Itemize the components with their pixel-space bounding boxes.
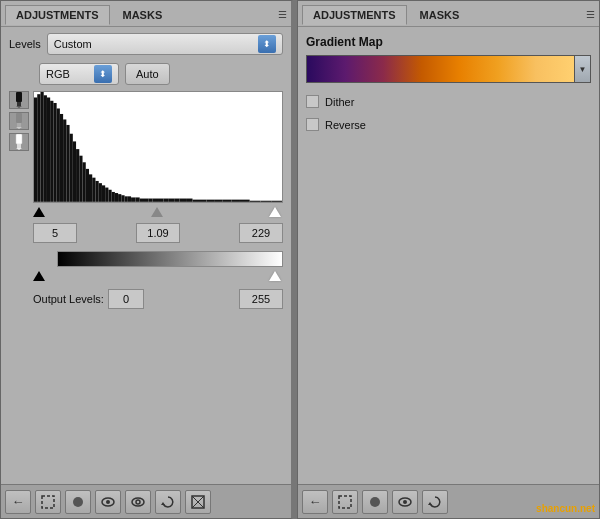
white-input-slider[interactable] [269,207,281,217]
back-button[interactable]: ← [5,490,31,514]
gray-point-eyedropper[interactable] [9,112,29,130]
left-tab-bar: ADJUSTMENTS MASKS ☰ [1,1,291,27]
output-min-value[interactable] [108,289,144,309]
histogram [33,91,283,203]
svg-rect-38 [128,196,131,201]
eye2-button[interactable] [125,490,151,514]
svg-rect-30 [102,185,105,201]
svg-rect-25 [86,169,89,202]
svg-rect-21 [73,141,76,201]
svg-point-72 [370,497,380,507]
preset-label: Levels [9,38,41,50]
dither-checkbox[interactable] [306,95,319,108]
channel-select[interactable]: RGB ⬍ [39,63,119,85]
panel-menu-icon-right[interactable]: ☰ [586,9,595,20]
svg-rect-13 [47,97,50,201]
svg-point-74 [403,500,407,504]
tab-masks-left[interactable]: MASKS [112,5,174,24]
back-button-right[interactable]: ← [302,490,328,514]
svg-rect-54 [214,200,223,202]
svg-rect-17 [60,114,63,202]
svg-rect-27 [92,178,95,202]
panel-menu-icon-left[interactable]: ☰ [278,9,287,20]
watermark: shancun.net [536,503,595,514]
refresh-button[interactable] [155,490,181,514]
svg-rect-20 [70,134,73,202]
svg-rect-33 [112,192,115,202]
svg-rect-44 [153,199,158,202]
controls-row: RGB ⬍ Auto [9,63,283,85]
output-white-slider[interactable] [269,271,281,281]
svg-rect-49 [180,199,186,202]
svg-rect-42 [144,199,148,202]
preset-value: Custom [54,38,92,50]
svg-rect-56 [231,200,240,202]
svg-rect-6 [16,134,22,144]
white-point-eyedropper[interactable] [9,133,29,151]
svg-rect-58 [250,201,261,202]
black-input-slider[interactable] [33,207,45,217]
svg-rect-43 [148,199,152,202]
white-input-value[interactable] [239,223,283,243]
output-gradient [57,251,283,267]
svg-rect-50 [186,199,192,202]
svg-rect-45 [158,199,163,202]
svg-rect-15 [53,103,56,202]
left-panel-content: Levels Custom ⬍ RGB ⬍ Auto [1,27,291,484]
left-panel: ADJUSTMENTS MASKS ☰ Levels Custom ⬍ RGB … [0,0,293,519]
svg-rect-57 [240,200,250,202]
svg-rect-36 [121,195,124,202]
svg-rect-52 [199,200,207,202]
output-label: Output Levels: [33,293,104,305]
right-bottom-toolbar: ← shancun.net [298,484,599,518]
svg-point-66 [136,500,140,504]
gradient-dropdown[interactable]: ▼ [575,55,591,83]
output-black-slider[interactable] [33,271,45,281]
midtone-slider[interactable] [151,207,163,217]
svg-rect-26 [89,174,92,201]
svg-point-62 [73,497,83,507]
black-input-value[interactable] [33,223,77,243]
svg-rect-16 [57,108,60,201]
select-button-right[interactable] [332,490,358,514]
circle-button-right[interactable] [362,490,388,514]
auto-button[interactable]: Auto [125,63,170,85]
tab-masks-right[interactable]: MASKS [409,5,471,24]
output-max-value[interactable]: 255 [239,289,283,309]
svg-rect-4 [17,123,21,127]
channel-arrow: ⬍ [94,65,112,83]
svg-rect-60 [271,201,282,202]
gradient-bar[interactable] [306,55,575,83]
histogram-area [9,91,283,203]
mask-button[interactable] [185,490,211,514]
svg-marker-5 [16,127,22,129]
tab-adjustments-right[interactable]: ADJUSTMENTS [302,5,407,25]
svg-rect-31 [105,188,108,202]
select-button[interactable] [35,490,61,514]
svg-rect-71 [339,496,351,508]
reverse-label: Reverse [325,119,366,131]
channel-value: RGB [46,68,70,80]
svg-rect-61 [42,496,54,508]
reverse-checkbox[interactable] [306,118,319,131]
svg-rect-7 [17,144,21,148]
eye-button[interactable] [95,490,121,514]
svg-rect-48 [174,199,179,202]
refresh-button-right[interactable] [422,490,448,514]
circle-button[interactable] [65,490,91,514]
svg-rect-12 [44,95,47,202]
tab-adjustments-left[interactable]: ADJUSTMENTS [5,5,110,25]
svg-rect-24 [83,162,86,202]
svg-marker-75 [428,502,432,505]
svg-rect-53 [207,200,215,202]
black-point-eyedropper[interactable] [9,91,29,109]
svg-rect-46 [163,199,168,202]
midtone-value[interactable] [136,223,180,243]
right-tab-bar: ADJUSTMENTS MASKS ☰ [298,1,599,27]
svg-rect-22 [76,149,79,202]
svg-rect-40 [135,197,139,201]
svg-rect-10 [37,94,40,202]
eye-button-right[interactable] [392,490,418,514]
preset-select[interactable]: Custom ⬍ [47,33,283,55]
right-panel-content: Gradient Map ▼ Dither Reverse [298,27,599,484]
